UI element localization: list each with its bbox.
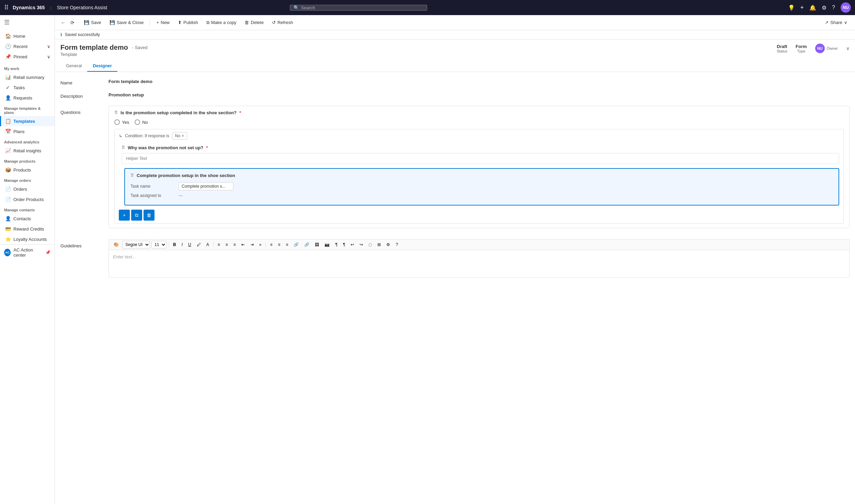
delete-question-button[interactable]: 🗑 [144,210,155,221]
helper-text-input[interactable] [122,153,839,164]
outdent-button[interactable]: ⇤ [239,241,247,248]
question-2-drag-handle[interactable]: ⠿ [122,145,125,150]
underline-button[interactable]: U [186,241,193,248]
blockquote-button[interactable]: » [257,241,264,248]
indent-button[interactable]: ⇥ [248,241,256,248]
sidebar-item-retail-summary[interactable]: 📊 Retail summary [0,72,55,82]
sidebar-item-reward-credits[interactable]: 💳 Reward Credits [0,224,55,234]
header-chevron-icon[interactable]: ∨ [846,46,850,51]
highlight-button[interactable]: 🖊 [195,241,203,248]
option-yes[interactable]: Yes [114,119,129,125]
toolbar-right: ↗ Share ∨ [821,18,851,27]
form-owner: NU Owner [815,44,838,53]
task-drag-handle[interactable]: ⠿ [130,173,134,178]
question-1-drag-handle[interactable]: ⠿ [114,110,118,115]
add-icon[interactable]: + [800,4,804,11]
sidebar-item-templates[interactable]: 📋 Templates [0,116,55,126]
toolbar-sep-1 [169,242,169,247]
refresh-button[interactable]: ↺ Refresh [269,18,297,27]
apps-menu-icon[interactable]: ⠿ [4,4,9,11]
task-name-input[interactable]: Complete promotion s... [179,182,233,190]
add-question-button[interactable]: + [119,210,130,221]
help-icon[interactable]: ? [832,4,835,11]
guidelines-editor[interactable]: Enter text... [109,250,850,278]
clear-button[interactable]: ◌ [366,241,374,248]
table-list-button[interactable]: ≡ [284,241,290,248]
link-button[interactable]: 🔗 [292,241,301,248]
align-right-button[interactable]: ≡ [231,241,238,248]
make-copy-button[interactable]: ⧉ Make a copy [203,18,240,27]
lightbulb-icon[interactable]: 💡 [788,4,795,11]
bell-icon[interactable]: 🔔 [809,4,816,11]
command-toolbar: ← ⟳ 💾 Save 💾 Save & Close + New ⬆ Publis… [55,15,855,30]
font-size-select[interactable]: 11 [151,241,167,248]
para2-button[interactable]: ¶ [341,241,347,248]
question-1-header: ⠿ Is the promotion setup completed in th… [109,106,849,119]
save-button[interactable]: 💾 Save [80,18,105,27]
image-button[interactable]: 🖼 [313,241,321,248]
toolbar-sep-2 [213,242,214,247]
gear-icon[interactable]: ⚙ [822,4,826,11]
sidebar-item-orders[interactable]: 📄 Orders [0,184,55,194]
align-left-button[interactable]: ≡ [216,241,222,248]
delete-button[interactable]: 🗑 Delete [241,18,267,27]
tab-general[interactable]: General [60,60,87,72]
redo-button[interactable]: ↪ [357,241,365,248]
action-center-pin-icon[interactable]: 📌 [45,250,50,255]
ordered-list-button[interactable]: ≡ [276,241,282,248]
share-button[interactable]: ↗ Share ∨ [821,18,851,27]
settings-button[interactable]: ⚙ [384,241,392,248]
new-button[interactable]: + New [153,18,173,27]
sidebar-item-home[interactable]: 🏠 Home [0,31,55,41]
copy-question-button[interactable]: ⧉ [131,210,142,221]
sidebar-toggle[interactable]: ☰ [0,15,55,30]
tab-designer[interactable]: Designer [87,60,117,72]
nav-separator: | [50,5,51,10]
sidebar-item-tasks[interactable]: ✓ Tasks [0,82,55,93]
home-icon: 🏠 [5,33,11,39]
dynamics-logo[interactable]: Dynamics 365 [13,5,45,10]
pinned-chevron-icon: ∨ [47,54,50,59]
para-button[interactable]: ¶ [333,241,339,248]
sidebar-item-products[interactable]: 📦 Products [0,165,55,175]
description-value: Promotion setup [109,92,850,97]
recent-chevron-icon: ∨ [47,44,50,49]
list-button[interactable]: ≡ [268,241,274,248]
italic-button[interactable]: I [180,241,185,248]
save-close-button[interactable]: 💾 Save & Close [106,18,147,27]
search-input[interactable] [301,5,423,10]
forward-button[interactable]: ⟳ [69,18,76,27]
back-button[interactable]: ← [59,18,67,27]
action-center-item[interactable]: AC AC Action center 📌 [0,244,55,260]
unlink-button[interactable]: 🔗 [302,241,311,248]
search-box[interactable]: 🔍 [290,5,427,11]
sidebar-item-order-products[interactable]: 📄 Order Products [0,194,55,204]
option-no[interactable]: No [135,119,148,125]
sidebar-item-pinned[interactable]: 📌 Pinned ∨ [0,51,55,62]
search-icon: 🔍 [294,5,299,10]
bold-button[interactable]: B [171,241,178,248]
condition-value: No [175,133,180,138]
help-toolbar-button[interactable]: ? [394,241,400,248]
questions-container: ⠿ Is the promotion setup completed in th… [109,106,850,232]
sidebar-item-recent[interactable]: 🕐 Recent ∨ [0,41,55,51]
undo-button[interactable]: ↩ [349,241,356,248]
condition-tag-close[interactable]: × [182,133,184,138]
form-tabs: General Designer [60,60,850,72]
sidebar-item-plans[interactable]: 📅 Plans [0,126,55,137]
task-assigned-row: Task assigned to --- [130,193,833,198]
sidebar-item-requests[interactable]: 👤 Requests [0,93,55,103]
font-family-select[interactable]: Segoe UI [122,241,150,248]
sidebar-item-contacts[interactable]: 👤 Contacts [0,213,55,224]
align-center-button[interactable]: ≡ [224,241,230,248]
media-button[interactable]: 📷 [322,241,332,248]
orders-icon: 📄 [5,186,11,192]
sidebar-item-retail-insights[interactable]: 📈 Retail insights [0,145,55,156]
user-avatar[interactable]: NU [841,2,851,13]
sidebar-item-loyalty-accounts[interactable]: ⭐ Loyalty Accounts [0,234,55,244]
table-button[interactable]: ⊞ [375,241,383,248]
format-paint-button[interactable]: 🎨 [112,241,121,248]
publish-button[interactable]: ⬆ Publish [174,18,202,27]
task-card-title: Complete promotion setup in the shoe sec… [137,173,235,178]
font-color-button[interactable]: A [204,241,211,248]
